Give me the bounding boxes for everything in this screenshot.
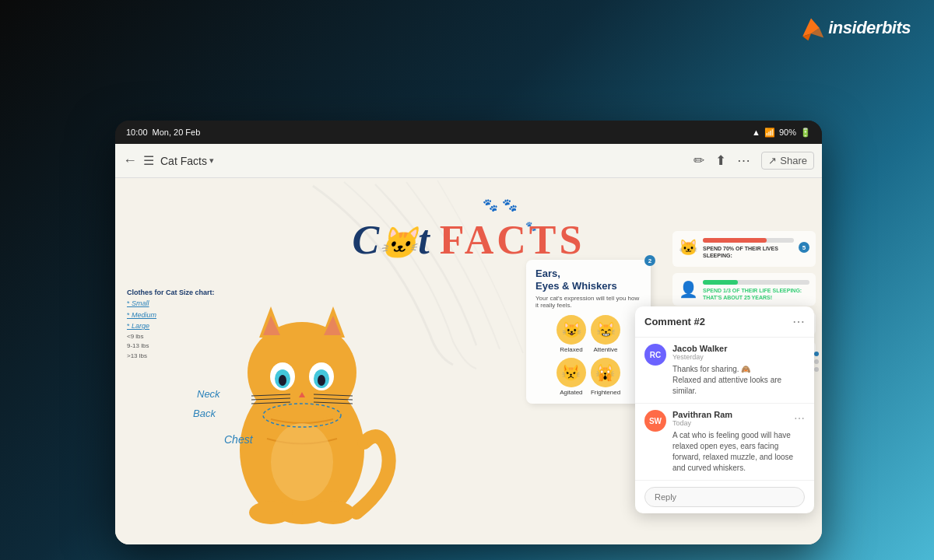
back-button[interactable]: ← xyxy=(123,152,137,169)
battery-indicator: 🔋 xyxy=(800,128,811,138)
comment-1-text: Thanks for sharing. 🙈Relaxed and attenti… xyxy=(672,364,805,397)
faces-row-2: 😾 Agitated 🙀 Frightened xyxy=(535,358,641,396)
logo: insiderbits xyxy=(797,14,911,42)
share-icon: ↗ xyxy=(768,155,777,166)
face-agitated: 😾 Agitated xyxy=(557,358,586,396)
content-area: 🐾 🐾 🐾 C🐱t FACTS Clothes for Cat Size cha… xyxy=(115,178,822,544)
comment-panel: Comment #2 ⋯ RC Jacob Walker Yesterday T… xyxy=(635,306,814,513)
logo-icon xyxy=(797,14,825,42)
app-bar: ← ☰ Cat Facts ▾ ✏ ⬆ ⋯ ↗ Share xyxy=(115,144,822,178)
face-relaxed: 😺 Relaxed xyxy=(557,315,586,353)
expressions-box: Ears,Eyes & Whiskers Your cat's expressi… xyxy=(526,260,651,404)
paw-prints: 🐾 🐾 xyxy=(483,198,517,212)
avatar-rc: RC xyxy=(644,344,666,366)
svg-point-22 xyxy=(249,501,293,524)
comment-more-icon[interactable]: ⋯ xyxy=(792,314,805,329)
svg-point-23 xyxy=(311,501,355,524)
svg-point-24 xyxy=(271,423,333,501)
svg-point-14 xyxy=(318,375,325,386)
document-content: 🐾 🐾 🐾 C🐱t FACTS Clothes for Cat Size cha… xyxy=(115,178,822,544)
title-facts: FACTS xyxy=(440,218,585,262)
face-attentive: 😸 Attentive xyxy=(591,315,620,353)
export-icon[interactable]: ⬆ xyxy=(715,152,726,169)
chest-label: Chest xyxy=(224,433,253,446)
comment-2-text: A cat who is feeling good will have rela… xyxy=(672,430,805,474)
comment-2-more[interactable]: ⋯ xyxy=(794,412,805,425)
expression-subtitle: Your cat's expression will tell you how … xyxy=(535,295,641,309)
comment-2-time: Today xyxy=(672,419,732,427)
menu-button[interactable]: ☰ xyxy=(143,153,154,168)
back-label: Back xyxy=(193,408,216,419)
comment-2-info: Pavithran Ram Today ⋯ A cat who is feeli… xyxy=(672,410,805,474)
app-bar-actions: ✏ ⬆ ⋯ ↗ Share xyxy=(693,152,814,170)
share-button[interactable]: ↗ Share xyxy=(761,152,814,170)
battery-icon: 90% xyxy=(779,128,796,137)
reply-input[interactable] xyxy=(644,487,805,507)
sleep-panel-1: 🐱 SPEND 70% OF THEIR LIVES SLEEPING: 5 xyxy=(672,231,816,267)
cat-illustration: Neck Back Chest xyxy=(193,264,411,513)
comment-1-time: Yesterday xyxy=(672,353,805,361)
comment-title: Comment #2 xyxy=(644,316,705,327)
faces-row: 😺 Relaxed 😸 Attentive xyxy=(535,315,641,353)
status-bar: 10:00 Mon, 20 Feb ▲ 📶 90% 🔋 xyxy=(115,121,822,144)
comment-reply-box xyxy=(635,481,814,513)
status-date: Mon, 20 Feb xyxy=(153,128,201,137)
comment-1-info: Jacob Walker Yesterday Thanks for sharin… xyxy=(672,344,805,397)
cat-facts-title: C🐱t FACTS xyxy=(353,217,585,263)
expressions-title: Ears,Eyes & Whiskers xyxy=(535,268,641,292)
signal-icon: ▲ xyxy=(752,128,760,137)
avatar-sw: SW xyxy=(644,410,666,432)
comment-2-username: Pavithran Ram xyxy=(672,410,732,419)
status-time: 10:00 xyxy=(126,128,148,137)
svg-point-13 xyxy=(279,375,286,386)
tablet-frame: 10:00 Mon, 20 Feb ▲ 📶 90% 🔋 ← ☰ Cat Fact… xyxy=(115,121,822,544)
infographic: 🐾 🐾 🐾 C🐱t FACTS Clothes for Cat Size cha… xyxy=(115,178,822,544)
more-icon[interactable]: ⋯ xyxy=(737,152,750,169)
sleep-panel-2: 👤 SPEND 1/3 OF THEIR LIFE SLEEPING: THAT… xyxy=(672,273,816,306)
scroll-dots xyxy=(814,352,819,372)
neck-label: Neck xyxy=(197,388,220,400)
wifi-icon: 📶 xyxy=(764,128,775,138)
document-title: Cat Facts xyxy=(160,155,207,167)
face-frightened: 🙀 Frightened xyxy=(591,358,620,396)
dropdown-icon[interactable]: ▾ xyxy=(209,156,214,166)
comment-marker-2[interactable]: 2 xyxy=(644,255,655,266)
title-cat: C🐱t xyxy=(353,218,440,262)
comment-2: SW Pavithran Ram Today ⋯ A cat who is f xyxy=(635,404,814,481)
comment-header: Comment #2 ⋯ xyxy=(635,306,814,338)
comment-1: RC Jacob Walker Yesterday Thanks for sha… xyxy=(635,338,814,404)
pen-icon[interactable]: ✏ xyxy=(693,152,704,169)
logo-text: insiderbits xyxy=(828,18,911,38)
comment-1-username: Jacob Walker xyxy=(672,344,805,353)
